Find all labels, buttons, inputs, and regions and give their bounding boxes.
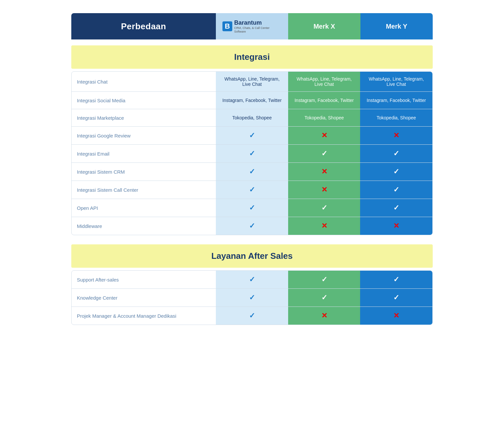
row-label: Integrasi Sistem CRM [72, 163, 216, 181]
cell-merk-y: ✓ [360, 289, 432, 307]
check-icon: ✓ [249, 185, 255, 194]
check-icon: ✓ [249, 167, 255, 176]
after-sales-section-header: Layanan After Sales [71, 244, 433, 268]
check-icon: ✓ [321, 275, 327, 284]
check-icon: ✓ [249, 204, 255, 212]
row-label: Knowledge Center [72, 289, 216, 307]
comparison-table: Perbedaan B Barantum CRM, Chats, & Call … [71, 13, 433, 325]
table-row: Integrasi Marketplace Tokopedia, Shopee … [72, 109, 432, 127]
check-icon: ✓ [393, 293, 399, 302]
cross-icon: ✕ [321, 222, 327, 230]
cross-icon: ✕ [393, 222, 399, 230]
check-icon: ✓ [249, 222, 255, 230]
cell-merk-x: ✕ [288, 163, 360, 181]
cell-merk-y: Instagram, Facebook, Twitter [360, 92, 432, 109]
table-row: Projek Manager & Account Manager Dedikas… [72, 307, 432, 325]
check-icon: ✓ [393, 275, 399, 284]
check-icon: ✓ [321, 149, 327, 158]
cell-merk-x: ✕ [288, 127, 360, 144]
cell-merk-y: ✕ [360, 217, 432, 235]
cell-merk-x: ✓ [288, 289, 360, 307]
cell-merk-x: ✓ [288, 145, 360, 162]
check-icon: ✓ [393, 167, 399, 176]
integrasi-section-header: Integrasi [71, 45, 433, 69]
table-row: Integrasi Chat WhatsApp, Line, Telegram,… [72, 72, 432, 92]
table-row: Knowledge Center ✓ ✓ ✓ [72, 289, 432, 307]
barantum-b-icon: B [222, 21, 232, 31]
cell-merk-x: ✓ [288, 271, 360, 288]
table-row: Integrasi Google Review ✓ ✕ ✕ [72, 127, 432, 145]
merk-x-label: Merk X [313, 23, 335, 30]
check-icon: ✓ [249, 311, 255, 320]
header-barantum: B Barantum CRM, Chats, & Call Center Sof… [216, 13, 288, 39]
table-row: Support After-sales ✓ ✓ ✓ [72, 271, 432, 289]
row-label: Middleware [72, 217, 216, 235]
row-label: Open API [72, 199, 216, 217]
cell-merk-y: ✓ [360, 145, 432, 162]
cell-merk-y: ✓ [360, 271, 432, 288]
cell-barantum: ✓ [216, 217, 288, 235]
cell-barantum: ✓ [216, 307, 288, 325]
row-label: Integrasi Social Media [72, 92, 216, 109]
table-row: Integrasi Sistem CRM ✓ ✕ ✓ [72, 163, 432, 181]
cell-merk-y: ✓ [360, 181, 432, 199]
check-icon: ✓ [393, 204, 399, 212]
cell-merk-y: Tokopedia, Shopee [360, 109, 432, 126]
cross-icon: ✕ [321, 185, 327, 194]
barantum-text-block: Barantum CRM, Chats, & Call Center Softw… [234, 19, 282, 34]
cell-merk-x: ✓ [288, 199, 360, 217]
cell-merk-x: ✕ [288, 181, 360, 199]
barantum-sub-text: CRM, Chats, & Call Center Software [234, 26, 282, 34]
row-label: Projek Manager & Account Manager Dedikas… [72, 307, 216, 325]
cell-merk-x: WhatsApp, Line, Telegram, Live Chat [288, 72, 360, 91]
cell-barantum: ✓ [216, 289, 288, 307]
header-merk-y: Merk Y [360, 13, 433, 39]
check-icon: ✓ [249, 275, 255, 284]
row-label: Integrasi Email [72, 145, 216, 162]
row-label: Support After-sales [72, 271, 216, 288]
table-row: Integrasi Sistem Call Center ✓ ✕ ✓ [72, 181, 432, 199]
check-icon: ✓ [249, 131, 255, 140]
cell-barantum: ✓ [216, 127, 288, 144]
cell-barantum: ✓ [216, 199, 288, 217]
cell-barantum: ✓ [216, 145, 288, 162]
cell-merk-x: Instagram, Facebook, Twitter [288, 92, 360, 109]
cell-merk-y: ✓ [360, 199, 432, 217]
cell-merk-x: ✕ [288, 217, 360, 235]
check-icon: ✓ [249, 149, 255, 158]
cross-icon: ✕ [321, 131, 327, 140]
check-icon: ✓ [393, 149, 399, 158]
check-icon: ✓ [321, 204, 327, 212]
cell-merk-y: WhatsApp, Line, Telegram, Live Chat [360, 72, 432, 91]
row-label: Integrasi Chat [72, 72, 216, 91]
integrasi-title: Integrasi [234, 52, 270, 62]
cell-barantum: ✓ [216, 181, 288, 199]
table-row: Open API ✓ ✓ ✓ [72, 199, 432, 217]
integrasi-rows: Integrasi Chat WhatsApp, Line, Telegram,… [71, 71, 433, 235]
cross-icon: ✕ [321, 311, 327, 320]
header-merk-x: Merk X [288, 13, 360, 39]
table-row: Integrasi Social Media Instagram, Facebo… [72, 92, 432, 109]
after-sales-title: Layanan After Sales [211, 251, 293, 261]
table-row: Middleware ✓ ✕ ✕ [72, 217, 432, 235]
cell-merk-y: ✓ [360, 163, 432, 181]
row-label: Integrasi Sistem Call Center [72, 181, 216, 199]
header-row: Perbedaan B Barantum CRM, Chats, & Call … [71, 13, 433, 39]
cross-icon: ✕ [321, 167, 327, 176]
row-label: Integrasi Google Review [72, 127, 216, 144]
header-perbedaan: Perbedaan [71, 13, 216, 39]
table-row: Integrasi Email ✓ ✓ ✓ [72, 145, 432, 163]
barantum-logo: B Barantum CRM, Chats, & Call Center Sof… [222, 19, 282, 34]
perbedaan-label: Perbedaan [121, 21, 166, 32]
cell-barantum: ✓ [216, 163, 288, 181]
cell-merk-x: ✕ [288, 307, 360, 325]
after-sales-rows: Support After-sales ✓ ✓ ✓ Knowledge Cent… [71, 270, 433, 325]
cross-icon: ✕ [393, 311, 399, 320]
cell-barantum: WhatsApp, Line, Telegram, Live Chat [216, 72, 288, 91]
cell-merk-y: ✕ [360, 127, 432, 144]
cell-merk-y: ✕ [360, 307, 432, 325]
cell-barantum: Tokopedia, Shopee [216, 109, 288, 126]
cell-merk-x: Tokopedia, Shopee [288, 109, 360, 126]
row-label: Integrasi Marketplace [72, 109, 216, 126]
merk-y-label: Merk Y [386, 23, 407, 30]
